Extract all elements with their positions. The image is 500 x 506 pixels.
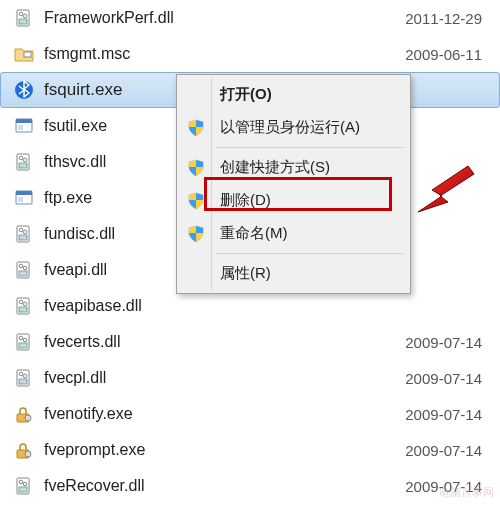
- file-date: 2009-07-14: [390, 406, 500, 423]
- file-name: fveapibase.dll: [44, 297, 390, 315]
- svg-rect-4: [24, 52, 31, 57]
- dll-icon: [14, 296, 34, 316]
- menu-label: 打开(O): [220, 85, 272, 104]
- file-name: fvenotify.exe: [44, 405, 390, 423]
- file-row[interactable]: fvecerts.dll 2009-07-14: [0, 324, 500, 360]
- svg-rect-29: [19, 343, 27, 348]
- svg-rect-8: [18, 125, 23, 130]
- file-name: fsmgmt.msc: [44, 45, 390, 63]
- uac-shield-icon: [187, 159, 205, 177]
- file-row[interactable]: fvecpl.dll 2009-07-14: [0, 360, 500, 396]
- svg-rect-1: [19, 19, 27, 24]
- svg-rect-17: [19, 235, 27, 240]
- file-row[interactable]: fsmgmt.msc 2009-06-11: [0, 36, 500, 72]
- watermark: 电脑百事网: [439, 485, 494, 500]
- menu-create-shortcut[interactable]: 创建快捷方式(S): [180, 151, 407, 184]
- exe-icon: [14, 188, 34, 208]
- file-date: 2009-07-14: [390, 442, 500, 459]
- dll-icon: [14, 332, 34, 352]
- svg-point-37: [25, 415, 31, 421]
- menu-open[interactable]: 打开(O): [180, 78, 407, 111]
- svg-rect-14: [16, 191, 32, 195]
- exe-icon: [14, 116, 34, 136]
- uac-shield-icon: [187, 119, 205, 137]
- dll-icon: [14, 152, 34, 172]
- file-date: 2011-12-29: [390, 10, 500, 27]
- svg-rect-21: [19, 271, 27, 276]
- file-date: 2009-07-14: [390, 334, 500, 351]
- file-name: fvecpl.dll: [44, 369, 390, 387]
- menu-label: 以管理员身份运行(A): [220, 118, 360, 137]
- uac-shield-icon: [187, 192, 205, 210]
- svg-rect-33: [19, 379, 27, 384]
- uac-shield-icon: [187, 225, 205, 243]
- menu-separator: [216, 147, 404, 148]
- menu-properties[interactable]: 属性(R): [180, 257, 407, 290]
- file-name: fveprompt.exe: [44, 441, 390, 459]
- svg-rect-10: [19, 163, 27, 168]
- file-date: 2009-06-11: [390, 46, 500, 63]
- svg-rect-41: [19, 487, 27, 492]
- lock-icon: [14, 440, 34, 460]
- svg-point-39: [25, 451, 31, 457]
- menu-label: 属性(R): [220, 264, 271, 283]
- file-name: FrameworkPerf.dll: [44, 9, 390, 27]
- dll-icon: [14, 224, 34, 244]
- bluetooth-icon: [14, 80, 34, 100]
- menu-label: 重命名(M): [220, 224, 288, 243]
- menu-separator: [216, 253, 404, 254]
- dll-icon: [14, 476, 34, 496]
- svg-rect-25: [19, 307, 27, 312]
- file-row[interactable]: fveRecover.dll 2009-07-14: [0, 468, 500, 504]
- svg-rect-15: [18, 197, 23, 202]
- menu-run-as-admin[interactable]: 以管理员身份运行(A): [180, 111, 407, 144]
- menu-label: 删除(D): [220, 191, 271, 210]
- lock-icon: [14, 404, 34, 424]
- file-name: fveRecover.dll: [44, 477, 390, 495]
- file-date: 2009-07-14: [390, 370, 500, 387]
- dll-icon: [14, 260, 34, 280]
- dll-icon: [14, 368, 34, 388]
- file-row[interactable]: fveprompt.exe 2009-07-14: [0, 432, 500, 468]
- menu-rename[interactable]: 重命名(M): [180, 217, 407, 250]
- context-menu: 打开(O) 以管理员身份运行(A) 创建快捷方式(S) 删除(D) 重命名(M)…: [176, 74, 411, 294]
- file-row[interactable]: FrameworkPerf.dll 2011-12-29: [0, 0, 500, 36]
- file-name: fvecerts.dll: [44, 333, 390, 351]
- svg-rect-7: [16, 119, 32, 123]
- menu-delete[interactable]: 删除(D): [180, 184, 407, 217]
- dll-icon: [14, 8, 34, 28]
- file-row[interactable]: fvenotify.exe 2009-07-14: [0, 396, 500, 432]
- menu-label: 创建快捷方式(S): [220, 158, 330, 177]
- msc-icon: [14, 44, 34, 64]
